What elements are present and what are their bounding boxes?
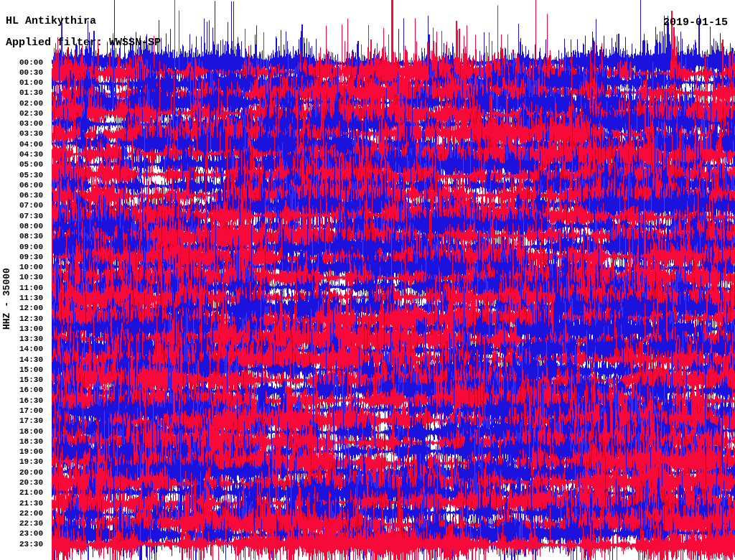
time-label: 17:30 bbox=[3, 416, 43, 426]
time-label: 13:30 bbox=[3, 335, 43, 344]
filter-info: Applied filter: WWSSN-SP bbox=[6, 37, 161, 49]
time-label: 11:30 bbox=[3, 294, 43, 303]
time-label: 09:00 bbox=[3, 243, 43, 252]
time-label: 05:30 bbox=[3, 171, 43, 180]
time-label: 21:00 bbox=[3, 488, 43, 498]
time-label: 14:00 bbox=[3, 345, 43, 354]
time-label: 01:00 bbox=[3, 78, 43, 88]
time-label: 08:00 bbox=[3, 222, 43, 231]
time-label: 00:30 bbox=[3, 68, 43, 78]
time-label: 16:00 bbox=[3, 386, 43, 395]
time-label: 12:30 bbox=[3, 314, 43, 324]
time-label: 02:00 bbox=[3, 99, 43, 108]
time-label: 10:30 bbox=[3, 273, 43, 282]
filter-label: Applied filter: bbox=[6, 37, 103, 49]
time-label: 06:00 bbox=[3, 181, 43, 190]
time-label: 10:00 bbox=[3, 263, 43, 272]
time-label: 00:00 bbox=[3, 58, 43, 67]
seismogram-trace-plot bbox=[0, 0, 735, 560]
time-label: 17:00 bbox=[3, 406, 43, 416]
time-label: 08:30 bbox=[3, 232, 43, 241]
time-label: 09:30 bbox=[3, 253, 43, 262]
time-label: 04:00 bbox=[3, 140, 43, 149]
time-label: 03:30 bbox=[3, 129, 43, 139]
time-label: 02:30 bbox=[3, 109, 43, 118]
time-label: 23:30 bbox=[3, 540, 43, 549]
time-label: 11:00 bbox=[3, 284, 43, 293]
time-label: 18:30 bbox=[3, 437, 43, 447]
filter-space bbox=[103, 37, 109, 49]
helicorder-page: HL Antikythira Applied filter: WWSSN-SP … bbox=[0, 0, 735, 560]
time-label: 03:00 bbox=[3, 119, 43, 129]
filter-value: WWSSN-SP bbox=[109, 37, 161, 49]
time-label: 04:30 bbox=[3, 150, 43, 159]
time-label: 19:30 bbox=[3, 457, 43, 467]
time-label: 13:00 bbox=[3, 325, 43, 334]
time-label: 07:00 bbox=[3, 201, 43, 210]
time-label: 22:30 bbox=[3, 519, 43, 528]
date-label: 2019-01-15 bbox=[663, 17, 728, 29]
time-label: 07:30 bbox=[3, 212, 43, 221]
time-label: 18:00 bbox=[3, 427, 43, 437]
time-label: 21:30 bbox=[3, 499, 43, 508]
time-label: 06:30 bbox=[3, 191, 43, 200]
time-label: 15:30 bbox=[3, 375, 43, 385]
time-label: 14:30 bbox=[3, 355, 43, 365]
time-label: 20:00 bbox=[3, 468, 43, 477]
time-label: 01:30 bbox=[3, 88, 43, 98]
time-label: 15:00 bbox=[3, 365, 43, 375]
time-label: 23:00 bbox=[3, 529, 43, 538]
time-label: 22:00 bbox=[3, 509, 43, 518]
time-label: 19:00 bbox=[3, 447, 43, 457]
station-title: HL Antikythira bbox=[6, 15, 96, 27]
time-label: 20:30 bbox=[3, 478, 43, 487]
time-label: 05:00 bbox=[3, 160, 43, 169]
time-label: 12:00 bbox=[3, 304, 43, 313]
time-label: 16:30 bbox=[3, 396, 43, 406]
